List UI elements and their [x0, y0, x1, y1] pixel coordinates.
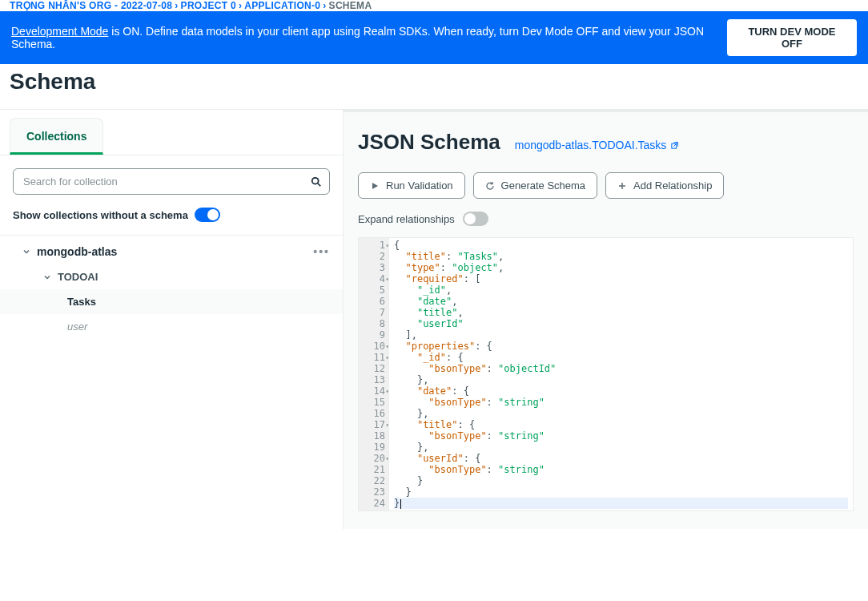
breadcrumb-sep: › [175, 0, 178, 11]
sidebar: Collections Show collections without a s… [0, 110, 343, 529]
tree-database-label: mongodb-atlas [37, 245, 117, 258]
plus-icon [617, 181, 627, 191]
schema-path-link[interactable]: mongodb-atlas.TODOAI.Tasks [515, 139, 679, 151]
svg-line-1 [318, 183, 321, 186]
search-icon [311, 176, 322, 188]
tabs: Collections [0, 110, 343, 155]
main-panel: JSON Schema mongodb-atlas.TODOAI.Tasks R… [343, 110, 868, 529]
dev-mode-text: Development Mode is ON. Define data mode… [11, 25, 727, 50]
svg-marker-3 [372, 183, 378, 189]
tree-database[interactable]: mongodb-atlas ••• [0, 239, 343, 264]
breadcrumb-sep: › [323, 0, 326, 11]
tree-collection-group[interactable]: TODOAI [0, 264, 343, 289]
expand-relationships-label: Expand relationships [358, 213, 455, 225]
tree-collection-item-user[interactable]: user [0, 314, 343, 339]
schema-title: JSON Schema [358, 130, 500, 155]
schema-editor[interactable]: 1▾234▾5678910▾11▾121314▾151617▾181920▾21… [358, 237, 854, 511]
breadcrumb-sep: › [239, 0, 242, 11]
chevron-down-icon [22, 248, 30, 256]
dev-mode-text-after: is ON. Define data models in your client… [11, 25, 704, 50]
refresh-icon [485, 181, 495, 191]
search-box [13, 168, 330, 195]
tree-collection-group-label: TODOAI [58, 271, 98, 283]
tree-collection-label: user [67, 321, 87, 333]
external-link-icon [671, 141, 679, 149]
workspace: Collections Show collections without a s… [0, 109, 868, 529]
generate-schema-button[interactable]: Generate Schema [473, 172, 598, 199]
schema-header: JSON Schema mongodb-atlas.TODOAI.Tasks [358, 130, 854, 155]
search-input[interactable] [13, 168, 330, 195]
collection-tree: mongodb-atlas ••• TODOAI Tasks user [0, 235, 343, 342]
generate-schema-label: Generate Schema [501, 179, 586, 192]
svg-point-0 [312, 177, 319, 184]
search-wrap [0, 155, 343, 208]
chevron-down-icon [43, 273, 51, 281]
breadcrumb-project[interactable]: PROJECT 0 [181, 0, 236, 11]
breadcrumb-org[interactable]: TRỌNG NHÂN'S ORG - 2022-07-08 [10, 0, 172, 11]
page-title: Schema [0, 64, 868, 109]
dev-mode-link[interactable]: Development Mode [11, 25, 108, 38]
play-icon [370, 181, 380, 191]
run-validation-label: Run Validation [386, 179, 453, 192]
add-relationship-label: Add Relationship [633, 179, 712, 192]
add-relationship-button[interactable]: Add Relationship [605, 172, 724, 199]
breadcrumb: TRỌNG NHÂN'S ORG - 2022-07-08›PROJECT 0›… [0, 0, 868, 11]
tree-collection-item-tasks[interactable]: Tasks [0, 289, 343, 314]
expand-relationships-row: Expand relationships [358, 212, 854, 226]
tab-collections[interactable]: Collections [10, 118, 103, 155]
editor-code[interactable]: { "title": "Tasks", "type": "object", "r… [389, 238, 853, 510]
show-collections-label: Show collections without a schema [13, 209, 188, 221]
breadcrumb-current: SCHEMA [329, 0, 372, 11]
show-collections-toggle[interactable] [195, 208, 220, 222]
dev-mode-banner: Development Mode is ON. Define data mode… [0, 11, 868, 64]
breadcrumb-app[interactable]: APPLICATION-0 [244, 0, 320, 11]
turn-dev-mode-off-button[interactable]: TURN DEV MODE OFF [727, 19, 857, 56]
expand-relationships-toggle[interactable] [463, 212, 488, 226]
action-bar: Run Validation Generate Schema Add Relat… [358, 172, 854, 199]
tree-database-menu[interactable]: ••• [313, 245, 330, 258]
run-validation-button[interactable]: Run Validation [358, 172, 465, 199]
editor-gutter: 1▾234▾5678910▾11▾121314▾151617▾181920▾21… [359, 238, 389, 510]
schema-path: mongodb-atlas.TODOAI.Tasks [515, 139, 667, 151]
tree-collection-label: Tasks [67, 296, 96, 308]
show-collections-toggle-row: Show collections without a schema [0, 208, 343, 235]
